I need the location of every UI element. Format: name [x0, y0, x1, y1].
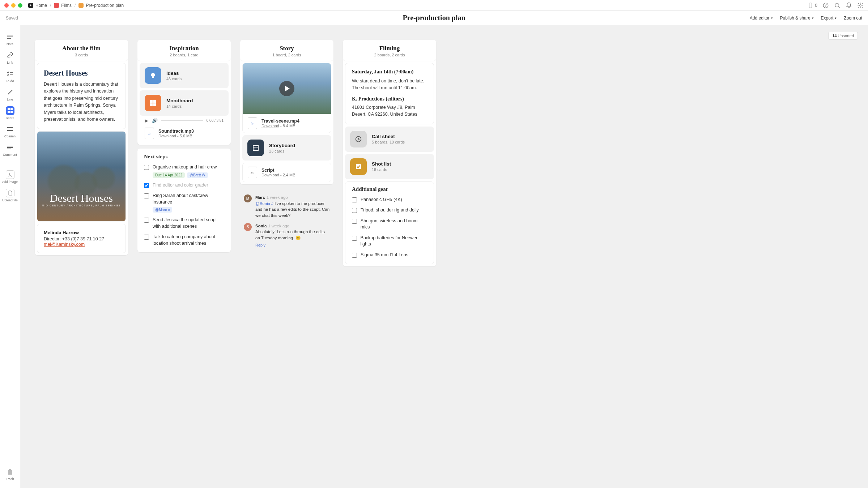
gear-checkbox[interactable] — [352, 236, 357, 241]
todo-text: Find editor and color grader — [153, 182, 224, 189]
todo-text: Send Jessica the updated script with add… — [153, 217, 224, 230]
column-header[interactable]: Story 1 board, 2 cards — [240, 40, 333, 61]
gear-text: Shotgun, wireless and boom mics — [361, 218, 427, 231]
close-window[interactable] — [4, 3, 9, 8]
tool-trash[interactable]: Trash — [0, 466, 20, 482]
tool-comment[interactable]: Comment — [0, 142, 20, 158]
card-film-desc[interactable]: Desert Houses Desert Houses is a documen… — [37, 63, 126, 129]
todo-checkbox[interactable] — [144, 235, 149, 240]
todo-item[interactable]: Send Jessica the updated script with add… — [137, 215, 231, 232]
download-link[interactable]: Download — [261, 173, 279, 177]
grid-icon — [145, 95, 161, 111]
todo-checkbox[interactable] — [144, 183, 149, 188]
gear-checkbox[interactable] — [352, 197, 357, 202]
search-icon[interactable] — [834, 2, 841, 9]
download-link[interactable]: Download — [261, 124, 279, 128]
card-script-file[interactable]: zip ScriptDownload - 2.4 MB — [242, 163, 331, 182]
board-sub: 5 boards, 10 cards — [372, 140, 405, 144]
gear-item[interactable]: Tripod, shoulder rig and dolly — [345, 205, 434, 216]
reply-link[interactable]: Reply — [255, 243, 330, 248]
todo-item[interactable]: Organise makeup and hair crewDue 14 Apr … — [137, 162, 231, 180]
audio-player: ▶ 🔊 0:00 / 3:51 — [140, 116, 229, 124]
device-count[interactable]: 0 — [807, 2, 817, 9]
column-header[interactable]: About the film 3 cards — [35, 40, 128, 61]
canvas[interactable]: 14 Unsorted About the film 3 cards Deser… — [20, 25, 868, 488]
tool-board[interactable]: Board — [0, 105, 20, 121]
card-poster[interactable]: Desert Houses MID-CENTURY ARCHITECTURE, … — [37, 131, 126, 222]
audio-time: 0:00 / 3:51 — [207, 119, 224, 123]
minimize-window[interactable] — [11, 3, 16, 8]
tag[interactable]: @Brett W — [187, 172, 208, 178]
card-schedule[interactable]: Saturday, Jan 14th (7:00am) We start dea… — [345, 63, 434, 124]
contact-email[interactable]: mel@Kaminsky.com — [44, 242, 85, 247]
gear-text: Panasonic GH5 (4K) — [361, 197, 402, 203]
card-contact[interactable]: Melinda Harrow Director: +33 (0)7 39 71 … — [37, 224, 126, 253]
gear-item[interactable]: Sigma 35 mm f1.4 Lens — [345, 250, 434, 261]
gear-checkbox[interactable] — [352, 253, 357, 258]
publish-button[interactable]: Publish & share▾ — [780, 16, 814, 21]
video-thumbnail[interactable] — [243, 63, 331, 114]
gear-item[interactable]: Backup batteries for Neewer lights — [345, 233, 434, 250]
board-ideas[interactable]: Ideas46 cards — [140, 63, 229, 88]
gear-icon[interactable] — [857, 2, 864, 9]
card-video[interactable]: ▷ Travel-scene.mp4Download - 8.4 MB — [242, 63, 331, 133]
mention[interactable]: @Sonia J — [255, 201, 273, 206]
gear-checkbox[interactable] — [352, 219, 357, 224]
card-next-steps[interactable]: Next steps Organise makeup and hair crew… — [137, 149, 231, 252]
file-title: Soundtrack.mp3 — [158, 129, 194, 134]
note-icon — [6, 33, 14, 41]
tool-link[interactable]: Link — [0, 50, 20, 66]
folder-icon — [78, 3, 84, 8]
tool-upload-file[interactable]: Upload file — [0, 187, 20, 204]
tag[interactable]: Due 14 Apr 2022 — [153, 172, 185, 178]
file-size: 2.4 MB — [283, 173, 295, 177]
crumb-current[interactable]: Pre-production plan — [78, 3, 124, 8]
board-storyboard[interactable]: Storyboard23 cards — [242, 135, 331, 160]
column-header[interactable]: Filming 2 boards, 2 cards — [343, 40, 436, 61]
board-callsheet[interactable]: Call sheet5 boards, 10 cards — [345, 127, 434, 152]
todo-checkbox[interactable] — [144, 165, 149, 170]
avatar[interactable]: S — [244, 223, 252, 231]
tool-column[interactable]: Column — [0, 123, 20, 140]
board-moodboard[interactable]: Moodboard14 cards — [140, 90, 229, 116]
volume-icon[interactable]: 🔊 — [152, 118, 158, 123]
tool-note[interactable]: Note — [0, 31, 20, 47]
music-file-icon: ♫ — [145, 128, 154, 139]
tag[interactable]: @Marc c — [153, 207, 172, 213]
tool-line[interactable]: Line — [0, 86, 20, 103]
file-soundtrack[interactable]: ♫ Soundtrack.mp3Download - 5.6 MB — [140, 124, 229, 143]
unsorted-pill[interactable]: 14 Unsorted — [828, 32, 858, 40]
section-title: Next steps — [137, 149, 231, 162]
export-button[interactable]: Export▾ — [821, 16, 837, 21]
todo-item[interactable]: Find editor and color grader — [137, 180, 231, 191]
avatar[interactable]: M — [244, 194, 252, 202]
maximize-window[interactable] — [18, 3, 22, 8]
help-icon[interactable] — [822, 2, 829, 9]
gear-item[interactable]: Panasonic GH5 (4K) — [345, 194, 434, 205]
card-gear[interactable]: Additional gear Panasonic GH5 (4K)Tripod… — [345, 181, 434, 265]
crumb-films[interactable]: Films — [54, 3, 72, 8]
todo-item[interactable]: Ring Sarah about cast/crew insurance@Mar… — [137, 191, 231, 215]
crumb-home[interactable]: ✦ Home — [28, 3, 47, 8]
bell-icon[interactable] — [846, 2, 852, 9]
add-editor-button[interactable]: Add editor▾ — [750, 16, 773, 21]
todo-checkbox[interactable] — [144, 193, 149, 198]
audio-track[interactable] — [161, 120, 203, 121]
gear-item[interactable]: Shotgun, wireless and boom mics — [345, 216, 434, 233]
play-icon[interactable]: ▶ — [145, 118, 148, 123]
column-header[interactable]: Inspiration 2 boards, 1 card — [137, 40, 231, 61]
svg-rect-7 — [8, 111, 10, 113]
home-icon: ✦ — [28, 3, 33, 8]
board-shotlist[interactable]: Shot list16 cards — [345, 154, 434, 179]
todo-item[interactable]: Talk to catering company about location … — [137, 232, 231, 249]
tool-add-image[interactable]: Add image — [0, 169, 20, 185]
svg-rect-8 — [10, 111, 13, 113]
tool-todo[interactable]: To-do — [0, 68, 20, 84]
gear-checkbox[interactable] — [352, 208, 357, 213]
download-link[interactable]: Download — [158, 134, 176, 138]
todo-checkbox[interactable] — [144, 218, 149, 223]
svg-rect-11 — [152, 77, 154, 78]
zoom-out-button[interactable]: Zoom out — [844, 16, 862, 21]
column-title: Filming — [347, 45, 432, 52]
tool-label: Trash — [6, 477, 14, 481]
